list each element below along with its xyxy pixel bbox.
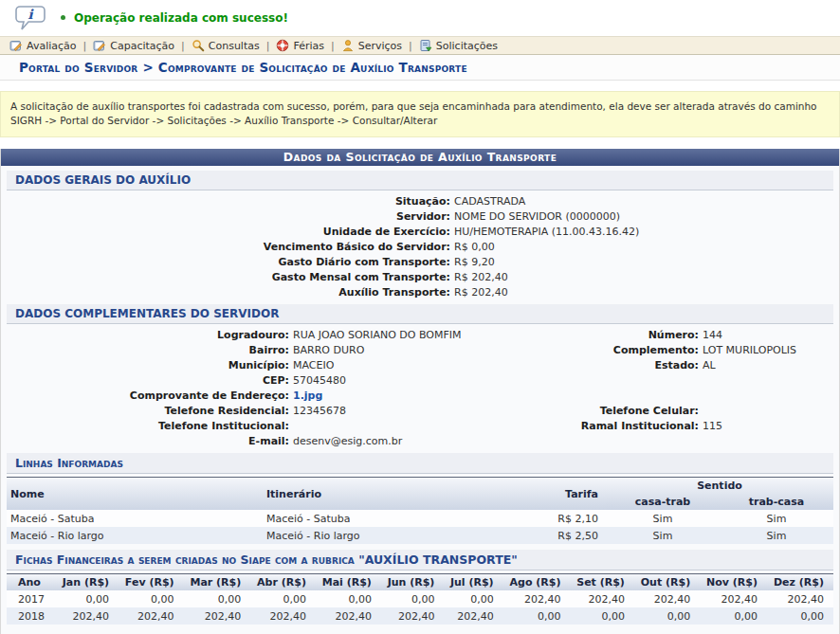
notice-line-1: A solicitação de auxílio transportes foi… [10, 100, 830, 114]
success-strip: i Operação realizada com sucesso! [0, 0, 840, 36]
menu-separator: | [409, 40, 412, 52]
document-arrow-icon [419, 39, 432, 52]
cell-month-value: 0,00 [184, 590, 251, 607]
field-label: Logradouro: [1, 327, 293, 342]
table-row: Maceió - Rio largo Maceió - Rio largo R$… [7, 527, 833, 544]
field-value: CADASTRADA [454, 193, 839, 208]
menu-item-solicitacoes[interactable]: Solicitações [419, 39, 498, 52]
column-header-month: Abr (R$) [250, 574, 316, 591]
column-header-month: Jul (R$) [444, 574, 502, 591]
field-label [530, 372, 703, 388]
table-row: Gasto Diário com Transporte:R$ 9,20 [1, 254, 839, 269]
field-value [703, 433, 839, 448]
field-value: 12345678 [293, 403, 530, 418]
table-row: Telefone Residencial:12345678Telefone Ce… [1, 403, 839, 418]
menu-separator: | [181, 40, 185, 52]
field-value: R$ 202,40 [454, 284, 839, 299]
field-value [703, 403, 839, 418]
field-value: LOT MURILOPOLIS [703, 342, 839, 357]
field-label: Bairro: [1, 342, 293, 357]
field-label: Gasto Diário com Transporte: [1, 254, 454, 269]
table-row: Vencimento Básico do Servidor:R$ 0,00 [1, 239, 839, 254]
cell-month-value: 0,00 [503, 607, 571, 625]
field-value [293, 418, 530, 433]
magnifier-icon [192, 39, 205, 52]
success-message: Operação realizada com sucesso! [74, 11, 288, 25]
cell-itinerario: Maceió - Rio largo [263, 527, 520, 544]
field-label: Ramal Institucional: [530, 418, 703, 433]
table-row: CEP:57045480 [1, 372, 839, 388]
notice-box: A solicitação de auxílio transportes foi… [0, 91, 840, 137]
column-header-month: Fev (R$) [119, 574, 184, 591]
field-value: HU/HEMOTERAPIA (11.00.43.16.42) [454, 224, 839, 239]
field-value: NOME DO SERVIDOR (0000000) [454, 208, 839, 224]
cell-trab-casa: Sim [720, 510, 833, 527]
success-bullet [61, 15, 65, 20]
cell-ano: 2017 [7, 590, 56, 607]
field-label: Unidade de Exercício: [1, 224, 454, 239]
column-header-month: Mar (R$) [184, 574, 251, 591]
menu-separator: | [331, 40, 335, 52]
column-header-month: Jun (R$) [381, 574, 444, 591]
breadcrumb: Portal do Servidor > Comprovante de Soli… [0, 55, 840, 81]
cell-itinerario: Maceió - Satuba [263, 510, 520, 527]
edit-sheet-icon [9, 39, 23, 52]
edit-sheet-icon [93, 39, 106, 52]
table-row: Unidade de Exercício:HU/HEMOTERAPIA (11.… [1, 224, 839, 239]
cell-month-value: 202,40 [316, 607, 381, 625]
cell-trab-casa: Sim [720, 527, 833, 544]
section-complementary-title: DADOS COMPLEMENTARES DO SERVIDOR [7, 304, 833, 324]
cell-month-value: 202,40 [444, 607, 502, 625]
menu-item-capacitacao[interactable]: Capacitação [93, 39, 174, 52]
cell-month-value: 202,40 [767, 590, 833, 607]
field-value: BARRO DURO [293, 342, 530, 357]
table-row: E-mail:desenv@esig.com.br [1, 433, 839, 448]
request-panel: Dados da Solicitação de Auxílio Transpor… [0, 149, 840, 634]
cell-month-value: 202,40 [381, 607, 444, 625]
cell-month-value: 0,00 [119, 590, 184, 607]
field-label: Telefone Institucional: [1, 418, 293, 433]
lifebuoy-icon [276, 39, 289, 52]
table-row: Logradouro:RUA JOAO SORIANO DO BOMFIMNúm… [1, 327, 839, 342]
menu-item-label: Consultas [209, 40, 260, 52]
table-row: Auxílio Transporte:R$ 202,40 [1, 284, 839, 299]
field-label: Estado: [530, 357, 703, 372]
cell-month-value: 0,00 [316, 590, 381, 607]
field-label: Comprovante de Endereço: [1, 388, 293, 403]
cell-nome: Maceió - Rio largo [7, 527, 263, 544]
field-value [703, 388, 839, 403]
section-general-title: DADOS GERAIS DO AUXÍLIO [7, 171, 833, 190]
section-lines-title: Linhas Informadas [7, 453, 833, 474]
column-header-month: Nov (R$) [700, 574, 767, 591]
field-label: Telefone Celular: [530, 403, 703, 418]
column-header-casa-trab: casa-trab [606, 494, 720, 510]
cell-month-value: 0,00 [700, 607, 767, 625]
menu-item-consultas[interactable]: Consultas [192, 39, 260, 52]
menu-item-label: Solicitações [436, 40, 498, 52]
table-row: Maceió - Satuba Maceió - Satuba R$ 2,10 … [7, 510, 833, 527]
column-header-month: Jan (R$) [56, 574, 119, 591]
table-row: 2017 0,00 0,00 0,00 0,00 0,00 0,00 0,00 … [7, 590, 833, 607]
field-label: Telefone Residencial: [1, 403, 293, 418]
field-value: desenv@esig.com.br [293, 433, 530, 448]
menu-item-servicos[interactable]: Serviços [341, 39, 402, 52]
address-proof-link[interactable]: 1.jpg [293, 389, 322, 402]
cell-month-value: 202,40 [119, 607, 184, 625]
section-fichas-title: Fichas Financeiras a serem criadas no Si… [7, 550, 833, 571]
column-header-nome: Nome [7, 478, 263, 511]
cell-month-value: 0,00 [634, 607, 700, 625]
table-row: Telefone Institucional:Ramal Institucion… [1, 418, 839, 433]
field-label: CEP: [1, 372, 293, 388]
field-value [703, 372, 839, 388]
table-row: 2018 202,40 202,40 202,40 202,40 202,40 … [7, 607, 833, 625]
menu-separator: | [83, 40, 87, 52]
field-label: Município: [1, 357, 293, 372]
menu-item-ferias[interactable]: Férias [276, 39, 324, 52]
field-label [530, 388, 703, 403]
table-row: Gasto Mensal com Transporte:R$ 202,40 [1, 269, 839, 284]
field-value: 144 [703, 327, 839, 342]
menu-separator: | [266, 40, 270, 52]
cell-month-value: 202,40 [634, 590, 700, 607]
menu-item-avaliacao[interactable]: Avaliação [9, 39, 77, 52]
field-value: AL [703, 357, 839, 372]
